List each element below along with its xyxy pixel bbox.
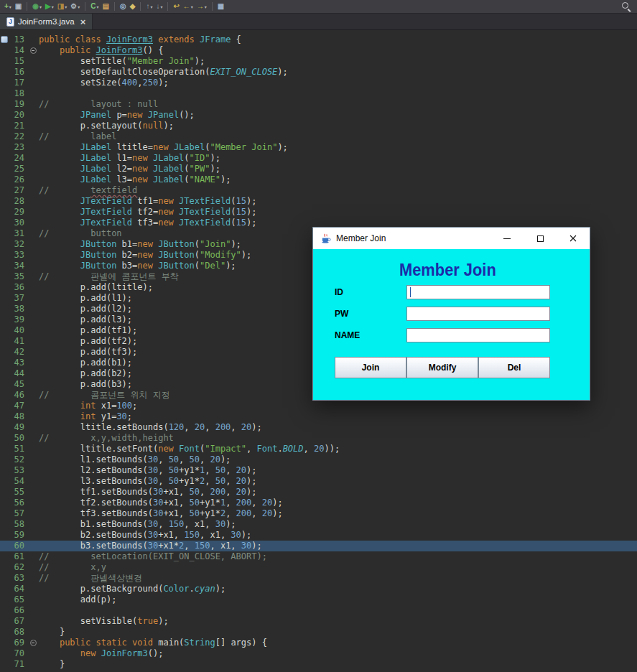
code-text: public static void main(String[] args) {: [39, 638, 267, 648]
code-line-58[interactable]: 58 b1.setBounds(30, 150, x1, 30);: [0, 519, 637, 530]
window-titlebar[interactable]: Member Join: [313, 228, 590, 249]
back-icon[interactable]: ←▾: [182, 1, 195, 12]
gutter-marker-column: [0, 131, 9, 142]
last-edit-location-icon[interactable]: ↩: [172, 1, 180, 12]
open-perspective-icon[interactable]: ▦: [216, 1, 225, 12]
gutter-marker-column: [0, 314, 9, 325]
code-line-24[interactable]: 24 JLabel l1=new JLabel("ID");: [0, 153, 637, 164]
code-line-68[interactable]: 68 }: [0, 627, 637, 638]
line-number: 37: [9, 293, 27, 304]
code-line-25[interactable]: 25 JLabel l2=new JLabel("PW");: [0, 164, 637, 174]
code-text: // layout : null: [39, 99, 158, 110]
code-line-26[interactable]: 26 JLabel l3=new JLabel("NAME");: [0, 174, 637, 185]
fold-collapse-icon[interactable]: [30, 47, 37, 54]
name-input[interactable]: [406, 328, 550, 342]
gutter-marker-column: [0, 271, 9, 282]
fold-column: [27, 368, 39, 379]
window-title: Member Join: [336, 233, 490, 243]
code-line-29[interactable]: 29 JTextField tf2=new JTextField(15);: [0, 207, 637, 218]
line-number: 62: [9, 562, 27, 573]
code-line-55[interactable]: 55 tf1.setBounds(30+x1, 50, 200, 20);: [0, 487, 637, 498]
code-line-67[interactable]: 67 setVisible(true);: [0, 616, 637, 627]
minimize-button[interactable]: [490, 228, 524, 249]
close-button[interactable]: [557, 228, 590, 249]
code-line-59[interactable]: 59 b2.setBounds(30+x1, 150, x1, 30);: [0, 530, 637, 541]
line-number: 34: [9, 261, 27, 271]
prev-annotation-icon[interactable]: ↑▾: [144, 1, 154, 12]
code-line-17[interactable]: 17 setSize(400,250);: [0, 78, 637, 88]
dropdown-arrow-icon: ▾: [160, 4, 162, 9]
code-line-19[interactable]: 19// layout : null: [0, 99, 637, 110]
code-line-57[interactable]: 57 tf3.setBounds(30+x1, 50+y1*2, 200, 20…: [0, 508, 637, 519]
next-annotation-icon[interactable]: ↓▾: [154, 1, 164, 12]
run-icon[interactable]: ▶▾: [44, 1, 55, 12]
gutter-marker-column: [0, 56, 9, 67]
fold-column: [27, 562, 39, 573]
code-line-63[interactable]: 63// 판넬색상변경: [0, 573, 637, 584]
fold-column: [27, 648, 39, 659]
external-tools-icon[interactable]: ⚙▾: [69, 1, 81, 12]
file-search-icon[interactable]: ◆: [129, 1, 137, 12]
tab-joinform3-java[interactable]: J JoinForm3.java ×: [0, 14, 93, 29]
code-line-62[interactable]: 62// x,y: [0, 562, 637, 573]
new-wizard-icon[interactable]: +▾: [3, 1, 13, 12]
gutter-marker-column: [0, 347, 9, 358]
fold-collapse-icon[interactable]: [30, 640, 37, 646]
code-line-47[interactable]: 47 int x1=100;: [0, 401, 637, 411]
code-line-28[interactable]: 28 JTextField tf1=new JTextField(15);: [0, 196, 637, 207]
line-number: 55: [9, 487, 27, 498]
debug-icon[interactable]: ◉▾: [31, 1, 43, 12]
code-line-61[interactable]: 61// setLocation(EXIT_ON_CLOSE, ABORT);: [0, 551, 637, 562]
maximize-button[interactable]: [524, 228, 557, 249]
fold-column: [27, 541, 39, 551]
code-line-48[interactable]: 48 int y1=30;: [0, 411, 637, 422]
modify-button[interactable]: Modify: [406, 357, 478, 378]
del-button[interactable]: Del: [478, 357, 550, 378]
code-line-50[interactable]: 50// x,y,width,height: [0, 433, 637, 444]
fold-column: [27, 153, 39, 164]
code-line-49[interactable]: 49 ltitle.setBounds(120, 20, 200, 20);: [0, 422, 637, 433]
code-line-16[interactable]: 16 setDefaultCloseOperation(EXIT_ON_CLOS…: [0, 67, 637, 78]
code-line-71[interactable]: 71 }: [0, 659, 637, 670]
code-line-69[interactable]: 69 public static void main(String[] args…: [0, 638, 637, 648]
code-line-14[interactable]: 14 public JoinForm3() {: [0, 45, 637, 56]
code-text: // setLocation(EXIT_ON_CLOSE, ABORT);: [39, 551, 267, 562]
code-line-20[interactable]: 20 JPanel p=new JPanel();: [0, 110, 637, 121]
tab-close-icon[interactable]: ×: [80, 17, 86, 27]
code-line-18[interactable]: 18: [0, 88, 637, 99]
code-line-13[interactable]: 13public class JoinForm3 extends JFrame …: [0, 34, 637, 45]
code-line-15[interactable]: 15 setTitle("Member Join");: [0, 56, 637, 67]
code-line-65[interactable]: 65 add(p);: [0, 594, 637, 605]
id-input[interactable]: [406, 285, 550, 299]
toolbar-search-icon[interactable]: [620, 1, 632, 12]
new-package-icon[interactable]: ▤: [101, 1, 110, 12]
save-icon[interactable]: ▣: [14, 1, 23, 12]
code-line-53[interactable]: 53 l2.setBounds(30, 50+y1*1, 50, 20);: [0, 465, 637, 476]
join-button[interactable]: Join: [335, 357, 406, 378]
new-class-icon[interactable]: C▾: [89, 1, 100, 12]
code-line-66[interactable]: 66: [0, 605, 637, 616]
open-type-icon[interactable]: ◎: [118, 1, 128, 12]
code-line-21[interactable]: 21 p.setLayout(null);: [0, 121, 637, 131]
code-line-51[interactable]: 51 ltitle.setFont(new Font("Impact", Fon…: [0, 444, 637, 454]
fold-column: [27, 433, 39, 444]
gutter-marker-column: [0, 530, 9, 541]
fold-column: [27, 584, 39, 594]
code-line-60[interactable]: 60 b3.setBounds(30+x1*2, 150, x1, 30);: [0, 541, 637, 551]
code-line-70[interactable]: 70 new JoinForm3();: [0, 648, 637, 659]
code-line-54[interactable]: 54 l3.setBounds(30, 50+y1*2, 50, 20);: [0, 476, 637, 487]
pw-input[interactable]: [406, 307, 550, 321]
fold-column: [27, 594, 39, 605]
forward-icon[interactable]: →▾: [195, 1, 208, 12]
code-line-23[interactable]: 23 JLabel ltitle=new JLabel("Member Join…: [0, 142, 637, 153]
gutter-marker-column: [0, 659, 9, 670]
code-line-56[interactable]: 56 tf2.setBounds(30+x1, 50+y1*1, 200, 20…: [0, 498, 637, 508]
code-line-64[interactable]: 64 p.setBackground(Color.cyan);: [0, 584, 637, 594]
fold-column: [27, 519, 39, 530]
gutter-marker-column: [0, 594, 9, 605]
code-line-52[interactable]: 52 l1.setBounds(30, 50, 50, 20);: [0, 454, 637, 465]
code-line-27[interactable]: 27// textfield: [0, 185, 637, 196]
code-line-22[interactable]: 22// label: [0, 131, 637, 142]
fold-column: [27, 573, 39, 584]
coverage-icon[interactable]: ◨▾: [56, 1, 68, 12]
